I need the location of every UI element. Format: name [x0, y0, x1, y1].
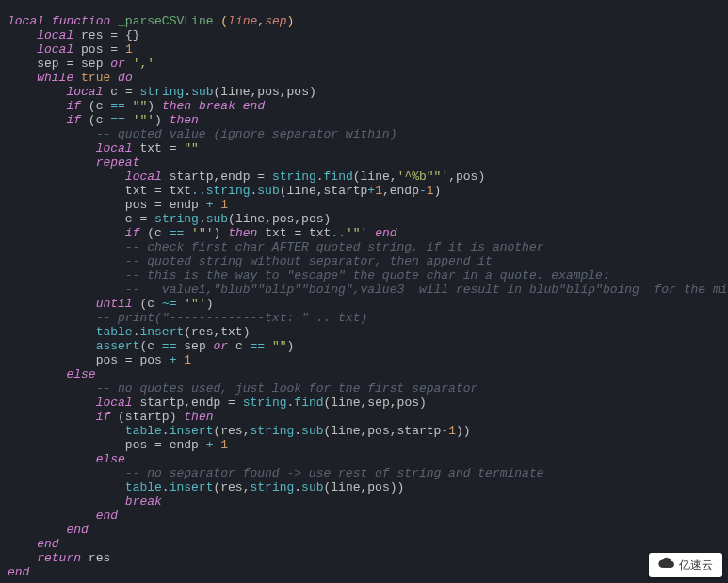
var: (c [147, 226, 162, 240]
function-name: _parseCSVLine [118, 14, 213, 28]
keyword-local: local [37, 42, 73, 57]
dot: . [199, 212, 206, 226]
keyword-else: else [96, 452, 125, 466]
var: endp [170, 198, 199, 212]
dot: . [162, 424, 170, 438]
code-line: -- no separator found -> use rest of str… [8, 466, 720, 480]
var: pos [125, 198, 147, 212]
code-line: table.insert(res,string.sub(line,pos)) [8, 480, 720, 494]
code-line: local txt = "" [8, 141, 720, 155]
var: pos [125, 438, 147, 452]
builtin: table [125, 480, 162, 494]
op: = [170, 141, 177, 155]
string: '^%b""' [397, 170, 449, 184]
keyword-end: end [96, 509, 118, 523]
comment: -- this is the way to "escape" the quote… [125, 268, 610, 283]
code-line: else [8, 452, 720, 466]
keyword-local: local [37, 28, 73, 42]
comment: -- no quotes used, just look for the fir… [96, 381, 478, 396]
keyword-if: if [66, 99, 81, 113]
keyword-if: if [96, 410, 111, 424]
op: = [257, 170, 265, 184]
paren: ) [214, 226, 221, 240]
args: (res, [213, 424, 250, 438]
var: endp [170, 438, 199, 452]
method: find [294, 396, 323, 410]
dot: . [162, 480, 170, 494]
method: sub [257, 184, 279, 198]
string: ',' [133, 57, 154, 71]
keyword-local: local [8, 14, 44, 28]
method: insert [139, 325, 184, 339]
args: (line, [353, 170, 397, 184]
paren: ) [154, 113, 162, 127]
op: = [154, 184, 162, 198]
keyword-local: local [66, 85, 103, 99]
code-line: pos = endp + 1 [8, 198, 720, 212]
builtin: string [154, 212, 199, 226]
paren: ( [220, 14, 228, 28]
op: == [110, 113, 125, 127]
op: = [228, 396, 235, 410]
string: "" [184, 141, 199, 155]
code-line: local c = string.sub(line,pos,pos) [8, 85, 720, 99]
var: sep [184, 339, 205, 353]
string: "" [272, 339, 287, 353]
method: find [324, 170, 353, 184]
string: '"' [346, 226, 367, 240]
op: .. [331, 226, 346, 240]
code-line: else [8, 367, 720, 381]
code-line: -- value1,"blub""blip""boing",value3 wil… [8, 283, 720, 297]
op: = [294, 226, 301, 240]
method: sub [191, 85, 213, 99]
paren: ) [147, 99, 154, 113]
keyword-local: local [125, 170, 162, 184]
method: insert [170, 424, 214, 438]
var: txt [170, 184, 191, 198]
keyword-end: end [66, 523, 88, 537]
op: = [66, 57, 73, 71]
args: (line,pos,startp [324, 424, 442, 438]
string: '"' [191, 226, 213, 240]
paren: ) [287, 339, 295, 353]
code-line: end [8, 537, 720, 551]
var: (c [139, 297, 154, 311]
watermark-text: 亿速云 [679, 559, 713, 573]
watermark-logo: 亿速云 [649, 553, 722, 577]
args: (res, [213, 480, 250, 494]
var: res [81, 28, 103, 42]
op: == [170, 226, 185, 240]
method: insert [170, 480, 214, 494]
keyword-local: local [96, 396, 133, 410]
code-line: pos = endp + 1 [8, 438, 720, 452]
code-line: -- quoted value (ignore separator within… [8, 127, 720, 141]
number: 1 [184, 353, 191, 367]
keyword-end: end [243, 99, 265, 113]
keyword-then: then [184, 410, 213, 424]
code-editor: local function _parseCSVLine (line,sep) … [8, 14, 720, 579]
code-line: assert(c == sep or c == "") [8, 339, 720, 353]
builtin: string [250, 424, 294, 438]
number: 1 [427, 184, 434, 198]
var: res [89, 551, 110, 565]
var: sep [37, 57, 58, 71]
code-line: local startp,endp = string.find(line,'^%… [8, 170, 720, 184]
var: pos [81, 42, 103, 57]
paren: ) [287, 14, 295, 28]
keyword-end: end [8, 565, 29, 579]
op: == [110, 99, 125, 113]
code-line: pos = pos + 1 [8, 353, 720, 367]
comment: -- quoted value (ignore separator within… [96, 127, 397, 141]
keyword-if: if [125, 226, 140, 240]
keyword-while: while [37, 71, 73, 85]
var: pos [96, 353, 118, 367]
code-line: local pos = 1 [8, 42, 720, 57]
code-line: end [8, 523, 720, 537]
comment: -- print("-------------txt: " .. txt) [96, 311, 368, 325]
code-line: txt = txt..string.sub(line,startp+1,endp… [8, 184, 720, 198]
builtin: string [272, 170, 316, 184]
var: pos [139, 353, 161, 367]
dot: . [184, 85, 191, 99]
var: txt [309, 226, 331, 240]
keyword-end: end [375, 226, 396, 240]
